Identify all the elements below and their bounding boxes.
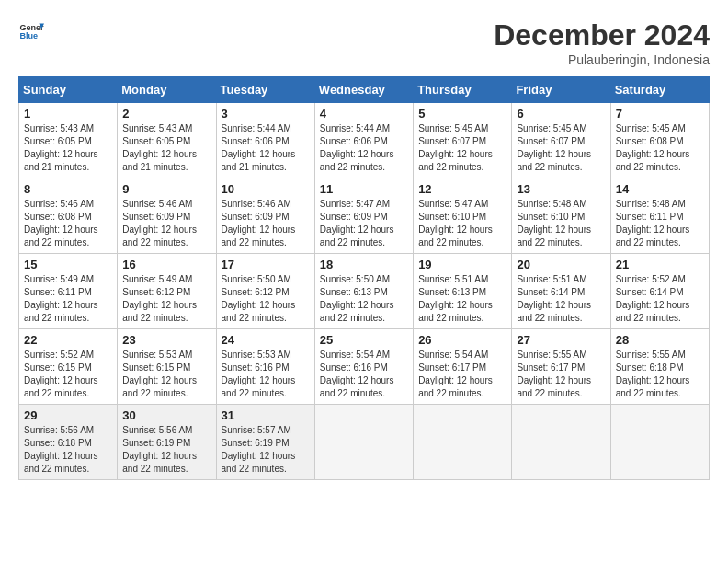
page-subtitle: Pulauberingin, Indonesia [494,52,710,67]
day-number: 10 [222,182,310,196]
day-info: Sunrise: 5:51 AM Sunset: 6:13 PM Dayligh… [418,273,506,325]
calendar-cell: 12Sunrise: 5:47 AM Sunset: 6:10 PM Dayli… [414,178,512,254]
calendar-header-thursday: Thursday [414,77,512,103]
day-info: Sunrise: 5:53 AM Sunset: 6:16 PM Dayligh… [222,349,310,400]
calendar-cell: 31Sunrise: 5:57 AM Sunset: 6:19 PM Dayli… [216,405,314,480]
calendar-week-2: 8Sunrise: 5:46 AM Sunset: 6:08 PM Daylig… [19,178,710,254]
calendar-week-1: 1Sunrise: 5:43 AM Sunset: 6:05 PM Daylig… [19,103,710,178]
calendar-week-4: 22Sunrise: 5:52 AM Sunset: 6:15 PM Dayli… [19,329,710,405]
calendar-cell [512,405,610,480]
day-number: 5 [418,107,506,121]
day-number: 3 [222,107,310,121]
day-info: Sunrise: 5:56 AM Sunset: 6:18 PM Dayligh… [24,424,112,476]
day-info: Sunrise: 5:47 AM Sunset: 6:09 PM Dayligh… [320,198,408,249]
day-info: Sunrise: 5:54 AM Sunset: 6:16 PM Dayligh… [320,349,408,400]
calendar-cell: 11Sunrise: 5:47 AM Sunset: 6:09 PM Dayli… [314,178,413,254]
day-number: 12 [418,182,506,196]
day-number: 18 [320,258,408,271]
day-info: Sunrise: 5:52 AM Sunset: 6:15 PM Dayligh… [24,349,112,400]
day-number: 2 [122,107,210,121]
calendar-cell: 17Sunrise: 5:50 AM Sunset: 6:12 PM Dayli… [216,254,314,329]
day-number: 27 [517,333,605,347]
day-number: 7 [616,107,704,121]
calendar-cell [414,405,512,480]
calendar-cell: 30Sunrise: 5:56 AM Sunset: 6:19 PM Dayli… [118,405,216,480]
day-number: 19 [418,258,506,271]
day-number: 23 [122,333,210,347]
day-info: Sunrise: 5:49 AM Sunset: 6:12 PM Dayligh… [122,273,210,325]
calendar-cell: 8Sunrise: 5:46 AM Sunset: 6:08 PM Daylig… [19,178,118,254]
day-info: Sunrise: 5:52 AM Sunset: 6:14 PM Dayligh… [616,273,704,325]
calendar-cell: 26Sunrise: 5:54 AM Sunset: 6:17 PM Dayli… [414,329,512,405]
day-number: 11 [320,182,408,196]
day-info: Sunrise: 5:43 AM Sunset: 6:05 PM Dayligh… [122,122,210,174]
day-info: Sunrise: 5:44 AM Sunset: 6:06 PM Dayligh… [222,122,310,174]
calendar-cell [314,405,413,480]
day-number: 29 [24,408,112,422]
day-number: 13 [517,182,605,196]
day-info: Sunrise: 5:50 AM Sunset: 6:13 PM Dayligh… [320,273,408,325]
day-number: 14 [616,182,704,196]
calendar-header-row: SundayMondayTuesdayWednesdayThursdayFrid… [19,77,710,103]
calendar-cell: 28Sunrise: 5:55 AM Sunset: 6:18 PM Dayli… [610,329,709,405]
calendar-cell: 29Sunrise: 5:56 AM Sunset: 6:18 PM Dayli… [19,405,118,480]
day-number: 9 [122,182,210,196]
calendar-cell: 6Sunrise: 5:45 AM Sunset: 6:07 PM Daylig… [512,103,610,178]
logo: General Blue [18,18,44,44]
day-info: Sunrise: 5:48 AM Sunset: 6:10 PM Dayligh… [517,198,605,249]
calendar-cell: 4Sunrise: 5:44 AM Sunset: 6:06 PM Daylig… [314,103,413,178]
day-number: 26 [418,333,506,347]
day-number: 17 [222,258,310,271]
day-number: 20 [517,258,605,271]
day-info: Sunrise: 5:57 AM Sunset: 6:19 PM Dayligh… [222,424,310,476]
calendar-cell: 20Sunrise: 5:51 AM Sunset: 6:14 PM Dayli… [512,254,610,329]
calendar-cell: 5Sunrise: 5:45 AM Sunset: 6:07 PM Daylig… [414,103,512,178]
calendar-cell: 27Sunrise: 5:55 AM Sunset: 6:17 PM Dayli… [512,329,610,405]
day-number: 25 [320,333,408,347]
day-number: 21 [616,258,704,271]
calendar-cell: 1Sunrise: 5:43 AM Sunset: 6:05 PM Daylig… [19,103,118,178]
calendar-cell: 21Sunrise: 5:52 AM Sunset: 6:14 PM Dayli… [610,254,709,329]
calendar-header-friday: Friday [512,77,610,103]
calendar-cell: 7Sunrise: 5:45 AM Sunset: 6:08 PM Daylig… [610,103,709,178]
day-info: Sunrise: 5:44 AM Sunset: 6:06 PM Dayligh… [320,122,408,174]
day-number: 8 [24,182,112,196]
calendar-cell [610,405,709,480]
page-title: December 2024 [494,18,710,52]
calendar-cell: 25Sunrise: 5:54 AM Sunset: 6:16 PM Dayli… [314,329,413,405]
calendar-cell: 22Sunrise: 5:52 AM Sunset: 6:15 PM Dayli… [19,329,118,405]
calendar-week-5: 29Sunrise: 5:56 AM Sunset: 6:18 PM Dayli… [19,405,710,480]
day-info: Sunrise: 5:56 AM Sunset: 6:19 PM Dayligh… [122,424,210,476]
calendar-cell: 10Sunrise: 5:46 AM Sunset: 6:09 PM Dayli… [216,178,314,254]
day-number: 16 [122,258,210,271]
day-number: 15 [24,258,112,271]
day-number: 30 [122,408,210,422]
day-number: 31 [222,408,310,422]
day-info: Sunrise: 5:45 AM Sunset: 6:07 PM Dayligh… [418,122,506,174]
calendar-cell: 18Sunrise: 5:50 AM Sunset: 6:13 PM Dayli… [314,254,413,329]
calendar-cell: 3Sunrise: 5:44 AM Sunset: 6:06 PM Daylig… [216,103,314,178]
day-info: Sunrise: 5:50 AM Sunset: 6:12 PM Dayligh… [222,273,310,325]
calendar-cell: 15Sunrise: 5:49 AM Sunset: 6:11 PM Dayli… [19,254,118,329]
calendar-header-tuesday: Tuesday [216,77,314,103]
day-info: Sunrise: 5:45 AM Sunset: 6:07 PM Dayligh… [517,122,605,174]
calendar-cell: 13Sunrise: 5:48 AM Sunset: 6:10 PM Dayli… [512,178,610,254]
day-number: 28 [616,333,704,347]
day-info: Sunrise: 5:54 AM Sunset: 6:17 PM Dayligh… [418,349,506,400]
day-number: 24 [222,333,310,347]
day-info: Sunrise: 5:45 AM Sunset: 6:08 PM Dayligh… [616,122,704,174]
day-info: Sunrise: 5:46 AM Sunset: 6:08 PM Dayligh… [24,198,112,249]
calendar-cell: 9Sunrise: 5:46 AM Sunset: 6:09 PM Daylig… [118,178,216,254]
calendar-cell: 2Sunrise: 5:43 AM Sunset: 6:05 PM Daylig… [118,103,216,178]
day-info: Sunrise: 5:55 AM Sunset: 6:17 PM Dayligh… [517,349,605,400]
day-info: Sunrise: 5:53 AM Sunset: 6:15 PM Dayligh… [122,349,210,400]
svg-text:Blue: Blue [19,31,38,40]
title-block: December 2024 Pulauberingin, Indonesia [494,18,710,67]
day-info: Sunrise: 5:51 AM Sunset: 6:14 PM Dayligh… [517,273,605,325]
calendar-table: SundayMondayTuesdayWednesdayThursdayFrid… [18,76,710,480]
calendar-cell: 14Sunrise: 5:48 AM Sunset: 6:11 PM Dayli… [610,178,709,254]
calendar-cell: 23Sunrise: 5:53 AM Sunset: 6:15 PM Dayli… [118,329,216,405]
logo-icon: General Blue [18,18,44,44]
day-info: Sunrise: 5:48 AM Sunset: 6:11 PM Dayligh… [616,198,704,249]
day-info: Sunrise: 5:47 AM Sunset: 6:10 PM Dayligh… [418,198,506,249]
